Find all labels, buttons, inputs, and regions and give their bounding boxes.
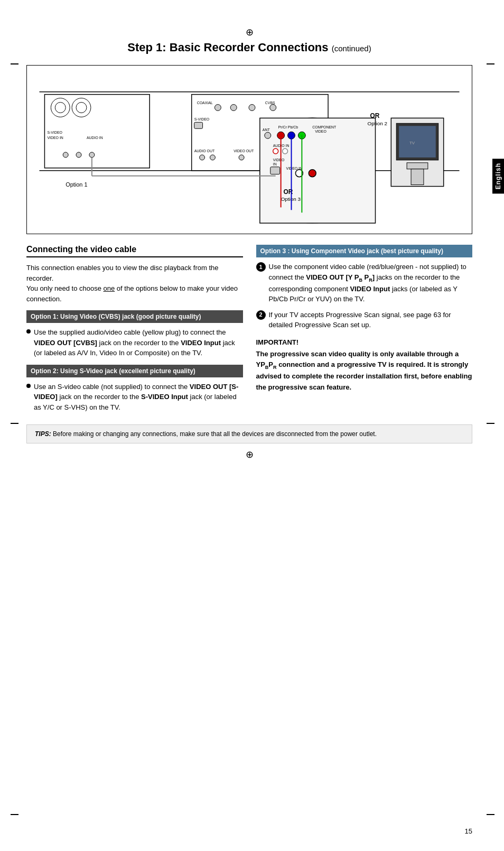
svg-text:CVBS: CVBS [265,101,275,105]
svg-rect-22 [194,122,203,128]
svg-text:VIDEO OUT: VIDEO OUT [234,149,254,153]
svg-point-24 [200,155,205,160]
top-crosshair: ⊕ [26,26,472,38]
svg-rect-43 [270,167,280,174]
svg-point-18 [249,105,255,111]
svg-rect-51 [399,126,436,158]
intro-text: This connection enables you to view the … [26,263,243,304]
option2-bullet: Use an S-video cable (not supplied) to c… [26,382,243,413]
svg-point-27 [239,155,244,160]
page-title: Step 1: Basic Recorder Connections (cont… [26,41,472,57]
svg-text:Pr/Cr Pb/Cb: Pr/Cr Pb/Cb [278,125,298,129]
svg-text:S-VIDEO: S-VIDEO [194,117,210,121]
tips-text: Before making or changing any connection… [53,430,377,438]
svg-text:IN: IN [273,162,277,166]
option2-heading: Option 2: Using S-Video jack (excellent … [26,365,243,377]
important-text: The progressive scan video quality is on… [256,349,473,393]
svg-text:COAXIAL: COAXIAL [197,101,213,105]
bottom-crosshair: ⊕ [26,449,472,460]
svg-text:AUDIO OUT: AUDIO OUT [194,149,215,153]
margin-mark-right-top [487,63,494,64]
svg-point-46 [309,170,316,177]
two-column-layout: Connecting the video cable This connecti… [26,245,472,417]
svg-text:OR: OR [370,112,380,119]
margin-mark-right-bottom [487,814,494,815]
bullet-dot-2 [26,384,31,388]
diagram-area: S-VIDEO VIDEO IN AUDIO IN COAXIAL CVBS S… [26,65,472,234]
bullet-dot [26,329,31,334]
option3-item2: 2 If your TV accepts Progressive Scan si… [256,310,473,330]
important-section: IMPORTANT! The progressive scan video qu… [256,338,473,393]
svg-text:AUDIO IN: AUDIO IN [87,136,103,140]
main-content: ⊕ Step 1: Basic Recorder Connections (co… [0,16,504,471]
svg-point-17 [230,105,237,111]
important-title: IMPORTANT! [256,338,473,346]
svg-text:COMPONENT: COMPONENT [312,125,337,129]
svg-rect-49 [407,163,428,169]
svg-text:VIDEO: VIDEO [315,130,326,133]
option1-heading: Option 1: Using Video (CVBS) jack (good … [26,310,243,323]
option1-bullet: Use the supplied audio/video cable (yell… [26,327,243,358]
svg-point-39 [273,149,278,154]
number-1: 1 [256,262,266,272]
number-2: 2 [256,310,266,320]
svg-point-20 [270,105,276,111]
svg-point-31 [265,132,271,138]
svg-text:Option 1: Option 1 [66,181,87,188]
page-container: English ⊕ Step 1: Basic Recorder Connect… [0,0,504,851]
svg-point-11 [63,152,68,158]
tips-bar: TIPS: Before making or changing any conn… [26,424,472,443]
section-heading: Connecting the video cable [26,245,243,257]
margin-mark-left-middle [11,423,18,424]
margin-mark-left-top [11,63,18,64]
connection-diagram: S-VIDEO VIDEO IN AUDIO IN COAXIAL CVBS S… [27,66,472,234]
svg-point-40 [283,149,288,154]
option3-heading: Option 3 : Using Component Video jack (b… [256,245,473,257]
svg-text:VIDEO: VIDEO [273,158,285,162]
margin-mark-right-middle [487,423,494,424]
right-column: Option 3 : Using Component Video jack (b… [256,245,473,417]
svg-text:VIDEO IN: VIDEO IN [47,136,63,140]
svg-text:Option 2: Option 2 [368,121,388,126]
svg-point-16 [214,105,221,111]
svg-point-13 [89,152,95,158]
svg-text:ANT: ANT [263,128,270,132]
language-tab: English [492,159,504,193]
svg-rect-50 [411,169,424,185]
option3-item1: 1 Use the component video cable (red/blu… [256,262,473,304]
margin-mark-left-bottom [11,814,18,815]
svg-text:S-VIDEO: S-VIDEO [47,131,62,134]
svg-point-25 [210,155,215,160]
svg-point-12 [76,152,81,158]
left-column: Connecting the video cable This connecti… [26,245,243,417]
tips-label: TIPS: [35,430,51,438]
page-number: 15 [465,827,472,835]
svg-text:TV: TV [409,141,415,145]
